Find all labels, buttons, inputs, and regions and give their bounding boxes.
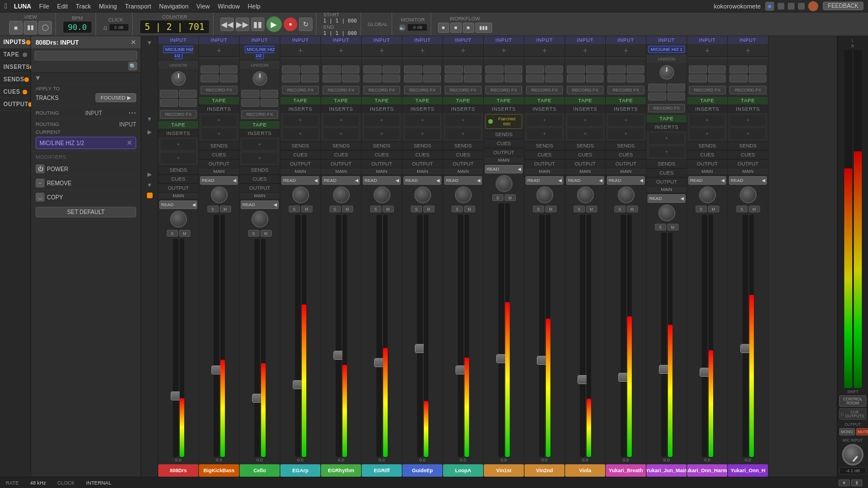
- insert-slot-1[interactable]: +: [201, 114, 237, 127]
- power-action-button[interactable]: ⏻ POWER: [31, 162, 141, 176]
- add-input-button[interactable]: +: [461, 46, 465, 55]
- channel-name-bar[interactable]: 808Drs: [158, 464, 198, 477]
- pan-knob[interactable]: [536, 186, 553, 203]
- expand-arrow-icon[interactable]: ▼: [34, 74, 41, 82]
- pad-3[interactable]: [730, 75, 748, 82]
- input-header[interactable]: INPUT: [321, 36, 361, 44]
- pad-3[interactable]: [526, 75, 544, 82]
- output-header[interactable]: OUTPUT: [443, 160, 483, 168]
- panel-close-button[interactable]: ✕: [131, 38, 136, 46]
- cues-header[interactable]: CUES: [728, 151, 768, 159]
- insert-slot-2[interactable]: +: [201, 128, 237, 140]
- output-header[interactable]: OUTPUT: [280, 160, 320, 168]
- tape-header[interactable]: TAPE: [402, 97, 442, 104]
- insert-slot-1[interactable]: +: [404, 114, 441, 127]
- nav-tab-output[interactable]: OUTPUT: [0, 98, 31, 111]
- pan-knob[interactable]: [374, 186, 390, 203]
- fader-handle[interactable]: [415, 344, 425, 353]
- fader-handle[interactable]: [293, 380, 303, 389]
- tape-header[interactable]: TAPE: [687, 97, 727, 104]
- inserts-header[interactable]: INSERTS: [280, 105, 320, 113]
- add-input-button[interactable]: +: [745, 46, 750, 55]
- fader-handle[interactable]: [740, 344, 750, 353]
- pad-1[interactable]: [404, 66, 422, 73]
- focused-button[interactable]: FOCUSED ▶: [96, 93, 136, 102]
- solo-button[interactable]: S: [655, 224, 666, 230]
- solo-button[interactable]: S: [167, 230, 178, 237]
- pad-1[interactable]: [241, 90, 259, 98]
- bpm-value[interactable]: 90.0: [63, 21, 92, 33]
- read-button[interactable]: READ ◀: [607, 176, 645, 185]
- record-fx-button[interactable]: RECORD FX: [567, 86, 604, 94]
- pad-4[interactable]: [708, 75, 726, 82]
- search-input[interactable]: [34, 51, 137, 60]
- mute-button[interactable]: M: [179, 230, 190, 237]
- pad-4[interactable]: [383, 75, 401, 82]
- workflow-btn-2[interactable]: ■: [450, 23, 462, 33]
- pad-3[interactable]: [445, 75, 463, 82]
- input-header[interactable]: INPUT: [687, 36, 727, 44]
- record-fx-button[interactable]: RECORD FX: [160, 110, 197, 119]
- insert-slot-1[interactable]: +: [730, 114, 766, 127]
- add-input-button[interactable]: +: [420, 46, 424, 55]
- insert-slot-2[interactable]: +: [282, 128, 319, 140]
- insert-slot-1[interactable]: +: [567, 114, 604, 127]
- pad-4[interactable]: [179, 99, 197, 107]
- tape-header[interactable]: TAPE: [199, 97, 239, 104]
- sends-header[interactable]: SENDS: [687, 142, 727, 150]
- menu-edit[interactable]: Edit: [57, 3, 68, 10]
- inserts-header[interactable]: INSERTS: [199, 105, 239, 113]
- record-fx-button[interactable]: RECORD FX: [445, 86, 481, 94]
- inserts-header[interactable]: INSERTS: [443, 105, 483, 113]
- channel-name-bar[interactable]: Yukari_Onn_H: [728, 464, 768, 477]
- view-grid-btn[interactable]: ■: [9, 21, 23, 34]
- cues-header[interactable]: CUES: [199, 151, 239, 159]
- add-input-button[interactable]: +: [338, 46, 343, 55]
- fast-forward-button[interactable]: ▶▶: [236, 18, 249, 31]
- end-value[interactable]: 1 | 1 | 000: [323, 30, 357, 36]
- sends-header[interactable]: SENDS: [240, 166, 280, 175]
- fader-handle[interactable]: [374, 358, 384, 367]
- read-button[interactable]: READ ◀: [444, 176, 482, 185]
- insert-slot-1[interactable]: +: [160, 138, 197, 151]
- pad-4[interactable]: [749, 75, 767, 82]
- solo-button[interactable]: S: [533, 206, 544, 212]
- record-fx-button[interactable]: RECORD FX: [526, 86, 563, 94]
- pad-1[interactable]: [282, 66, 300, 73]
- channel-name-bar[interactable]: LoopA: [443, 464, 483, 477]
- pad-2[interactable]: [505, 66, 523, 73]
- input-header[interactable]: INPUT: [158, 36, 198, 44]
- read-button[interactable]: READ ◀: [688, 176, 726, 185]
- record-fx-button[interactable]: RECORD FX: [404, 86, 441, 94]
- pad-1[interactable]: [160, 90, 178, 98]
- sends-header[interactable]: SENDS: [728, 142, 768, 150]
- pad-2[interactable]: [342, 66, 360, 73]
- pad-2[interactable]: [261, 90, 279, 98]
- tape-header[interactable]: TAPE: [728, 97, 768, 104]
- sends-header[interactable]: SENDS: [646, 160, 687, 168]
- fader-handle[interactable]: [700, 368, 710, 377]
- input-header[interactable]: INPUT: [280, 36, 320, 44]
- pad-3[interactable]: [323, 75, 341, 82]
- solo-button[interactable]: S: [207, 206, 219, 212]
- monitor-value[interactable]: -9 dB: [407, 24, 427, 31]
- inserts-header[interactable]: INSERTS: [728, 105, 768, 113]
- collapse-inserts-arrow[interactable]: ▶: [146, 128, 153, 136]
- cue-outputs-button[interactable]: □ CUE OUTPUTS: [839, 408, 866, 420]
- pad-4[interactable]: [545, 75, 563, 82]
- insert-slot-2[interactable]: +: [648, 146, 685, 158]
- tape-header[interactable]: TAPE: [362, 97, 402, 104]
- inserts-header[interactable]: INSERTS: [362, 105, 402, 113]
- add-input-button[interactable]: +: [379, 46, 384, 55]
- add-input-button[interactable]: +: [542, 46, 546, 55]
- menu-navigation[interactable]: Navigation: [159, 3, 189, 10]
- insert-slot-1[interactable]: +: [689, 114, 726, 127]
- read-button[interactable]: READ ◀: [729, 176, 767, 185]
- insert-slot-2[interactable]: +: [160, 152, 197, 164]
- workflow-btn-3[interactable]: ■: [463, 23, 474, 33]
- nav-tab-inputs[interactable]: INPUTS: [0, 36, 31, 49]
- insert-slot-2[interactable]: +: [607, 128, 644, 140]
- pad-4[interactable]: [301, 75, 319, 82]
- insert-slot-1[interactable]: +: [648, 132, 685, 145]
- pad-3[interactable]: [241, 99, 259, 107]
